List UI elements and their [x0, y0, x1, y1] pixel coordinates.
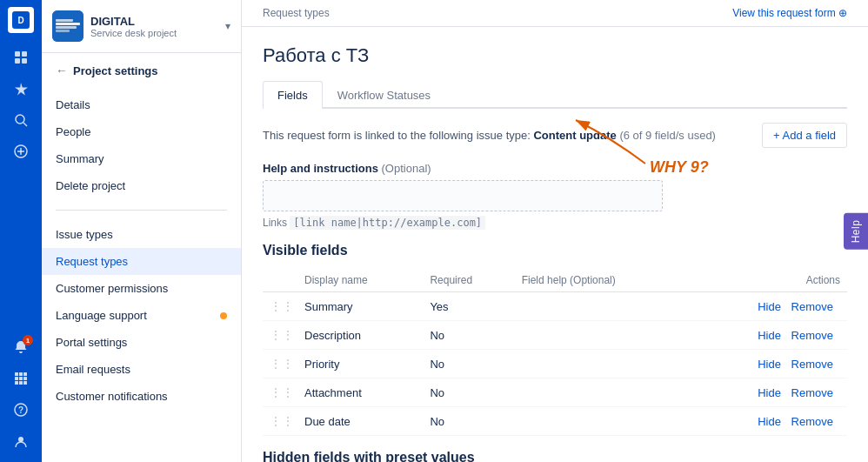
link-code: [link name|http://example.com]	[290, 216, 485, 230]
svg-rect-27	[56, 30, 70, 32]
page-title: Работа с ТЗ	[263, 44, 847, 67]
field-help-header: Field help (Optional)	[515, 269, 691, 292]
svg-text:D: D	[17, 16, 23, 25]
remove-link[interactable]: Remove	[791, 300, 833, 313]
table-row: ⋮⋮ Attachment No Hide Remove	[263, 378, 847, 407]
help-instructions-textarea[interactable]	[263, 180, 663, 211]
notification-badge: 1	[23, 335, 33, 345]
field-actions: Hide Remove	[691, 321, 847, 350]
field-help-value	[515, 378, 691, 407]
view-request-form-link[interactable]: View this request form ⊕	[732, 7, 847, 19]
field-required: No	[423, 321, 514, 350]
sidebar-item-customer-notifications[interactable]: Customer notifications	[42, 383, 241, 410]
remove-link[interactable]: Remove	[791, 329, 833, 342]
field-name: Description	[297, 321, 423, 350]
nav-apps-icon[interactable]	[7, 365, 35, 392]
nav-logo[interactable]: D	[8, 7, 34, 33]
sidebar-back-button[interactable]: ← Project settings	[42, 53, 241, 88]
help-label: Help and instructions (Optional)	[263, 162, 847, 175]
sidebar-divider	[56, 210, 227, 211]
help-side-panel[interactable]: Help	[844, 212, 868, 250]
drag-handle[interactable]: ⋮⋮	[263, 292, 297, 321]
field-actions: Hide Remove	[691, 292, 847, 321]
tab-workflow-statuses[interactable]: Workflow Statuses	[323, 81, 445, 109]
display-name-header: Display name	[297, 269, 423, 292]
svg-rect-3	[22, 51, 27, 57]
back-arrow-icon: ←	[56, 64, 68, 77]
svg-point-22	[18, 437, 23, 442]
project-info: DIGITAL Service desk project	[90, 15, 218, 38]
table-row: ⋮⋮ Description No Hide Remove	[263, 321, 847, 350]
table-row: ⋮⋮ Priority No Hide Remove	[263, 350, 847, 378]
drag-handle[interactable]: ⋮⋮	[263, 321, 297, 350]
svg-rect-4	[15, 58, 20, 64]
sidebar-item-customer-permissions[interactable]: Customer permissions	[42, 275, 241, 302]
nav-plus-icon[interactable]	[7, 137, 35, 165]
sidebar-item-email-requests[interactable]: Email requests	[42, 356, 241, 383]
tab-fields[interactable]: Fields	[263, 81, 323, 109]
hide-link[interactable]: Hide	[758, 386, 781, 399]
project-name: DIGITAL	[90, 15, 218, 28]
svg-text:?: ?	[18, 405, 23, 415]
project-avatar	[52, 10, 83, 42]
nav-help-icon[interactable]: ?	[7, 396, 35, 424]
field-actions: Hide Remove	[691, 378, 847, 407]
field-help-value	[515, 321, 691, 350]
nav-home-icon[interactable]	[7, 44, 35, 71]
sidebar-item-summary[interactable]: Summary	[42, 145, 241, 172]
visible-fields-title: Visible fields	[263, 243, 847, 258]
fields-table-body: ⋮⋮ Summary Yes Hide Remove ⋮⋮ Descriptio…	[263, 292, 847, 436]
hide-link[interactable]: Hide	[758, 329, 781, 342]
sidebar-item-delete-project[interactable]: Delete project	[42, 172, 241, 199]
svg-rect-25	[56, 19, 73, 22]
drag-handle[interactable]: ⋮⋮	[263, 407, 297, 436]
help-section: Help and instructions (Optional) Links […	[263, 162, 847, 229]
chevron-down-icon[interactable]: ▾	[225, 20, 230, 32]
field-name: Summary	[297, 292, 423, 321]
sidebar-item-request-types[interactable]: Request types	[42, 248, 241, 275]
project-sidebar: DIGITAL Service desk project ▾ ← Project…	[42, 0, 242, 462]
drag-col-header	[263, 269, 297, 292]
hide-link[interactable]: Hide	[758, 415, 781, 428]
remove-link[interactable]: Remove	[791, 415, 833, 428]
sidebar-item-issue-types[interactable]: Issue types	[42, 221, 241, 248]
field-help-value	[515, 407, 691, 436]
svg-rect-2	[15, 51, 20, 57]
info-bar: This request form is linked to the follo…	[263, 123, 847, 148]
sidebar-main-section: Details People Summary Delete project	[42, 88, 241, 203]
add-field-button[interactable]: + Add a field	[762, 123, 847, 148]
field-name: Due date	[297, 407, 423, 436]
sidebar-item-portal-settings[interactable]: Portal settings	[42, 329, 241, 356]
project-header[interactable]: DIGITAL Service desk project ▾	[42, 0, 241, 53]
fields-table: Display name Required Field help (Option…	[263, 269, 847, 436]
hide-link[interactable]: Hide	[758, 300, 781, 313]
remove-link[interactable]: Remove	[791, 358, 833, 371]
nav-profile-icon[interactable]	[7, 427, 35, 455]
nav-notifications-icon[interactable]: 1	[7, 333, 35, 361]
sidebar-item-language-support[interactable]: Language support	[42, 302, 241, 329]
sidebar-item-people[interactable]: People	[42, 118, 241, 145]
sidebar-group-section: Issue types Request types Customer permi…	[42, 218, 241, 413]
project-type: Service desk project	[90, 28, 218, 38]
field-required: No	[423, 378, 514, 407]
field-actions: Hide Remove	[691, 350, 847, 378]
nav-search-icon[interactable]	[7, 106, 35, 134]
svg-rect-12	[19, 372, 23, 376]
nav-star-icon[interactable]	[7, 75, 35, 103]
help-panel-label: Help	[845, 212, 867, 250]
table-row: ⋮⋮ Due date No Hide Remove	[263, 407, 847, 436]
field-help-value	[515, 350, 691, 378]
remove-link[interactable]: Remove	[791, 386, 833, 399]
svg-rect-5	[22, 58, 27, 64]
drag-handle[interactable]: ⋮⋮	[263, 378, 297, 407]
drag-handle[interactable]: ⋮⋮	[263, 350, 297, 378]
field-required: No	[423, 407, 514, 436]
svg-rect-24	[56, 23, 80, 25]
content-area: Работа с ТЗ Fields Workflow Statuses Thi…	[242, 27, 868, 462]
top-bar: Request types View this request form ⊕	[242, 0, 868, 27]
actions-header: Actions	[691, 269, 847, 292]
hide-link[interactable]: Hide	[758, 358, 781, 371]
svg-rect-18	[19, 381, 23, 385]
field-required: Yes	[423, 292, 514, 321]
sidebar-item-details[interactable]: Details	[42, 91, 241, 118]
